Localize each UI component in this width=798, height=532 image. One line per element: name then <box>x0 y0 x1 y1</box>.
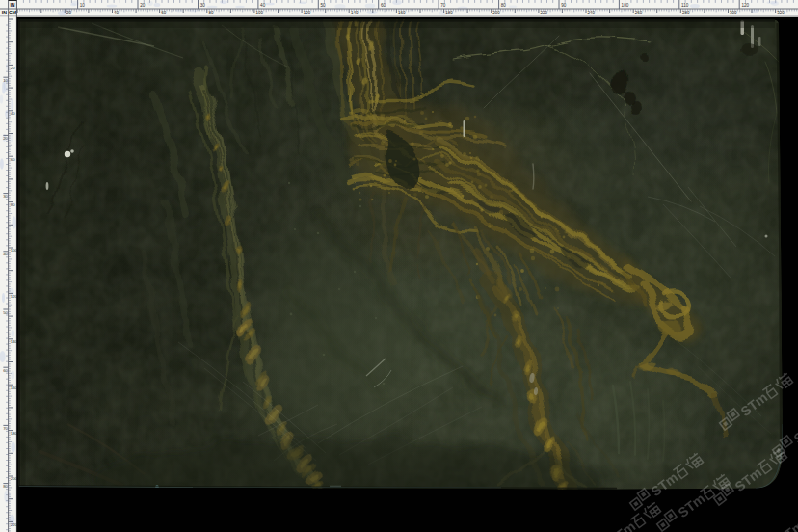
svg-text:50: 50 <box>3 310 8 315</box>
svg-text:160: 160 <box>398 11 406 15</box>
svg-text:40: 40 <box>114 11 120 15</box>
svg-text:50: 50 <box>321 3 327 8</box>
svg-text:120: 120 <box>741 3 749 8</box>
svg-text:20: 20 <box>140 3 146 8</box>
svg-text:90: 90 <box>561 3 567 8</box>
svg-text:100: 100 <box>256 11 264 15</box>
svg-text:IN: IN <box>10 2 14 8</box>
svg-text:10: 10 <box>3 78 8 83</box>
svg-text:20: 20 <box>66 11 72 15</box>
svg-text:110: 110 <box>681 3 689 8</box>
svg-text:60: 60 <box>3 368 8 373</box>
svg-text:80: 80 <box>208 11 214 15</box>
svg-text:280: 280 <box>682 11 690 15</box>
svg-text:320: 320 <box>777 11 785 15</box>
svg-text:240: 240 <box>588 11 596 15</box>
svg-text:IN: IN <box>2 10 7 15</box>
svg-text:300: 300 <box>730 11 737 15</box>
svg-text:70: 70 <box>440 3 446 8</box>
svg-text:CM: CM <box>9 10 16 15</box>
svg-text:100: 100 <box>622 3 629 8</box>
svg-text:200: 200 <box>492 11 500 15</box>
svg-text:20: 20 <box>3 136 8 141</box>
svg-text:80: 80 <box>11 202 15 207</box>
svg-text:260: 260 <box>635 11 643 15</box>
svg-text:40: 40 <box>260 3 266 8</box>
svg-text:60: 60 <box>161 11 167 15</box>
svg-text:20: 20 <box>11 66 15 70</box>
svg-text:60: 60 <box>11 157 15 162</box>
svg-text:120: 120 <box>304 11 311 15</box>
svg-text:80: 80 <box>3 484 8 489</box>
svg-text:70: 70 <box>3 426 8 431</box>
svg-text:80: 80 <box>501 3 507 8</box>
svg-text:30: 30 <box>3 194 8 199</box>
svg-text:10: 10 <box>80 3 86 8</box>
svg-text:140: 140 <box>351 11 359 15</box>
svg-text:60: 60 <box>381 3 386 8</box>
svg-text:40: 40 <box>11 111 15 116</box>
svg-text:40: 40 <box>3 252 8 256</box>
svg-text:180: 180 <box>445 11 453 15</box>
svg-text:220: 220 <box>541 11 548 15</box>
svg-text:30: 30 <box>200 3 206 8</box>
